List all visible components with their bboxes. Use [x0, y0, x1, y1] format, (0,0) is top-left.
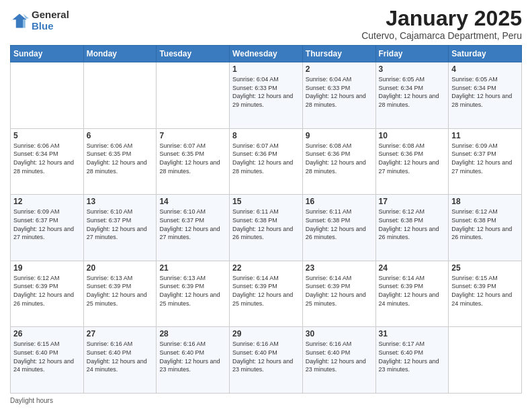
calendar-cell: 4Sunrise: 6:05 AM Sunset: 6:34 PM Daylig…	[449, 62, 522, 129]
day-number: 7	[159, 131, 226, 140]
day-info: Sunrise: 6:11 AM Sunset: 6:38 PM Dayligh…	[232, 208, 300, 241]
calendar-cell	[83, 62, 157, 129]
day-number: 11	[451, 131, 519, 140]
day-number: 16	[306, 197, 373, 206]
calendar-week-row: 19Sunrise: 6:12 AM Sunset: 6:39 PM Dayli…	[11, 261, 522, 327]
day-info: Sunrise: 6:16 AM Sunset: 6:40 PM Dayligh…	[232, 340, 300, 373]
day-info: Sunrise: 6:15 AM Sunset: 6:40 PM Dayligh…	[13, 340, 81, 373]
day-info: Sunrise: 6:07 AM Sunset: 6:35 PM Dayligh…	[159, 142, 226, 175]
calendar-cell: 16Sunrise: 6:11 AM Sunset: 6:38 PM Dayli…	[302, 195, 375, 261]
day-info: Sunrise: 6:04 AM Sunset: 6:33 PM Dayligh…	[306, 75, 373, 109]
calendar-cell: 2Sunrise: 6:04 AM Sunset: 6:33 PM Daylig…	[302, 62, 375, 129]
calendar-cell: 10Sunrise: 6:08 AM Sunset: 6:36 PM Dayli…	[375, 128, 449, 195]
calendar-cell: 14Sunrise: 6:10 AM Sunset: 6:37 PM Dayli…	[157, 195, 230, 261]
day-number: 6	[87, 131, 154, 140]
day-info: Sunrise: 6:16 AM Sunset: 6:40 PM Dayligh…	[306, 340, 373, 373]
calendar-cell	[449, 327, 522, 394]
day-number: 8	[232, 131, 300, 140]
footer: Daylight hours	[10, 397, 522, 404]
day-info: Sunrise: 6:05 AM Sunset: 6:34 PM Dayligh…	[379, 75, 446, 109]
day-info: Sunrise: 6:08 AM Sunset: 6:36 PM Dayligh…	[379, 142, 446, 175]
calendar-cell: 22Sunrise: 6:14 AM Sunset: 6:39 PM Dayli…	[230, 261, 303, 327]
day-info: Sunrise: 6:10 AM Sunset: 6:37 PM Dayligh…	[87, 208, 154, 241]
day-number: 23	[306, 263, 373, 273]
calendar-cell: 12Sunrise: 6:09 AM Sunset: 6:37 PM Dayli…	[11, 195, 84, 261]
day-number: 25	[451, 263, 519, 273]
calendar-cell: 26Sunrise: 6:15 AM Sunset: 6:40 PM Dayli…	[11, 327, 84, 394]
calendar-cell: 9Sunrise: 6:08 AM Sunset: 6:36 PM Daylig…	[302, 128, 375, 195]
calendar-cell: 7Sunrise: 6:07 AM Sunset: 6:35 PM Daylig…	[157, 128, 230, 195]
calendar-cell: 20Sunrise: 6:13 AM Sunset: 6:39 PM Dayli…	[83, 261, 157, 327]
subtitle: Cutervo, Cajamarca Department, Peru	[361, 30, 522, 41]
title-block: January 2025 Cutervo, Cajamarca Departme…	[361, 7, 522, 41]
day-info: Sunrise: 6:12 AM Sunset: 6:38 PM Dayligh…	[451, 208, 519, 241]
day-number: 9	[306, 131, 373, 140]
calendar-cell: 21Sunrise: 6:13 AM Sunset: 6:39 PM Dayli…	[157, 261, 230, 327]
logo-icon	[10, 11, 29, 30]
day-number: 30	[306, 329, 373, 338]
day-info: Sunrise: 6:12 AM Sunset: 6:38 PM Dayligh…	[379, 208, 446, 241]
calendar-cell: 18Sunrise: 6:12 AM Sunset: 6:38 PM Dayli…	[449, 195, 522, 261]
day-info: Sunrise: 6:17 AM Sunset: 6:40 PM Dayligh…	[379, 340, 446, 373]
calendar-cell	[11, 62, 84, 129]
day-number: 10	[379, 131, 446, 140]
day-number: 26	[13, 329, 81, 338]
day-number: 21	[159, 263, 226, 273]
day-info: Sunrise: 6:11 AM Sunset: 6:38 PM Dayligh…	[306, 208, 373, 241]
day-number: 2	[306, 64, 373, 74]
calendar-week-row: 12Sunrise: 6:09 AM Sunset: 6:37 PM Dayli…	[11, 195, 522, 261]
calendar-cell: 29Sunrise: 6:16 AM Sunset: 6:40 PM Dayli…	[230, 327, 303, 394]
day-info: Sunrise: 6:16 AM Sunset: 6:40 PM Dayligh…	[87, 340, 154, 373]
logo-blue-text: Blue	[32, 21, 69, 32]
day-number: 12	[13, 197, 81, 206]
daylight-hours-label: Daylight hours	[10, 397, 53, 404]
day-info: Sunrise: 6:16 AM Sunset: 6:40 PM Dayligh…	[159, 340, 226, 373]
logo-text: General Blue	[32, 9, 69, 32]
calendar-cell: 30Sunrise: 6:16 AM Sunset: 6:40 PM Dayli…	[302, 327, 375, 394]
logo: General Blue	[10, 9, 69, 32]
day-info: Sunrise: 6:05 AM Sunset: 6:34 PM Dayligh…	[451, 75, 519, 109]
page: General Blue January 2025 Cutervo, Cajam…	[0, 0, 532, 411]
day-info: Sunrise: 6:13 AM Sunset: 6:39 PM Dayligh…	[159, 274, 226, 308]
calendar-cell: 17Sunrise: 6:12 AM Sunset: 6:38 PM Dayli…	[375, 195, 449, 261]
weekday-header-sunday: Sunday	[11, 46, 84, 62]
calendar-table: SundayMondayTuesdayWednesdayThursdayFrid…	[10, 45, 522, 394]
day-number: 1	[232, 64, 300, 74]
day-number: 28	[159, 329, 226, 338]
day-number: 18	[451, 197, 519, 206]
day-info: Sunrise: 6:14 AM Sunset: 6:39 PM Dayligh…	[232, 274, 300, 308]
day-number: 27	[87, 329, 154, 338]
header: General Blue January 2025 Cutervo, Cajam…	[10, 7, 522, 41]
day-number: 13	[87, 197, 154, 206]
calendar-cell: 11Sunrise: 6:09 AM Sunset: 6:37 PM Dayli…	[449, 128, 522, 195]
svg-marker-1	[23, 13, 29, 28]
month-title: January 2025	[361, 7, 522, 30]
day-number: 15	[232, 197, 300, 206]
day-info: Sunrise: 6:09 AM Sunset: 6:37 PM Dayligh…	[13, 208, 81, 241]
calendar-week-row: 5Sunrise: 6:06 AM Sunset: 6:34 PM Daylig…	[11, 128, 522, 195]
day-info: Sunrise: 6:07 AM Sunset: 6:36 PM Dayligh…	[232, 142, 300, 175]
day-number: 29	[232, 329, 300, 338]
day-number: 5	[13, 131, 81, 140]
day-info: Sunrise: 6:06 AM Sunset: 6:34 PM Dayligh…	[13, 142, 81, 175]
calendar-cell: 19Sunrise: 6:12 AM Sunset: 6:39 PM Dayli…	[11, 261, 84, 327]
calendar-cell: 25Sunrise: 6:15 AM Sunset: 6:39 PM Dayli…	[449, 261, 522, 327]
calendar-cell: 23Sunrise: 6:14 AM Sunset: 6:39 PM Dayli…	[302, 261, 375, 327]
day-info: Sunrise: 6:08 AM Sunset: 6:36 PM Dayligh…	[306, 142, 373, 175]
calendar-cell: 15Sunrise: 6:11 AM Sunset: 6:38 PM Dayli…	[230, 195, 303, 261]
weekday-header-row: SundayMondayTuesdayWednesdayThursdayFrid…	[11, 46, 522, 62]
day-number: 22	[232, 263, 300, 273]
day-number: 20	[87, 263, 154, 273]
logo-general-text: General	[32, 9, 69, 21]
day-info: Sunrise: 6:15 AM Sunset: 6:39 PM Dayligh…	[451, 274, 519, 308]
day-number: 19	[13, 263, 81, 273]
day-number: 14	[159, 197, 226, 206]
day-number: 3	[379, 64, 446, 74]
calendar-week-row: 26Sunrise: 6:15 AM Sunset: 6:40 PM Dayli…	[11, 327, 522, 394]
calendar-cell: 28Sunrise: 6:16 AM Sunset: 6:40 PM Dayli…	[157, 327, 230, 394]
calendar-cell: 13Sunrise: 6:10 AM Sunset: 6:37 PM Dayli…	[83, 195, 157, 261]
weekday-header-friday: Friday	[375, 46, 449, 62]
day-info: Sunrise: 6:12 AM Sunset: 6:39 PM Dayligh…	[13, 274, 81, 308]
calendar-week-row: 1Sunrise: 6:04 AM Sunset: 6:33 PM Daylig…	[11, 62, 522, 129]
weekday-header-thursday: Thursday	[302, 46, 375, 62]
